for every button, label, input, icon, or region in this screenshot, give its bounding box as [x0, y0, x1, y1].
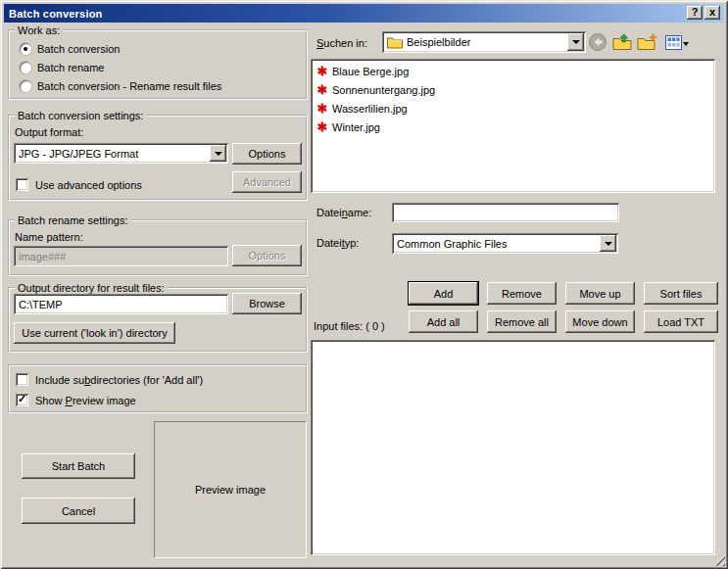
- move-up-button[interactable]: Move up: [565, 282, 635, 305]
- file-list-item[interactable]: ✱ Wasserlilien.jpg: [312, 99, 715, 118]
- move-down-button[interactable]: Move down: [565, 310, 635, 333]
- view-menu-icon[interactable]: [661, 31, 685, 53]
- radio-batch-conversion-label[interactable]: Batch conversion: [37, 43, 120, 55]
- output-format-label: Output format:: [15, 126, 83, 138]
- use-current-directory-button[interactable]: Use current ('look in') directory: [14, 322, 175, 344]
- back-icon: [586, 31, 609, 53]
- rename-options-button: Options: [232, 245, 302, 266]
- checkmark-icon: ✓: [18, 393, 26, 405]
- show-preview-checkbox[interactable]: ✓: [16, 394, 28, 406]
- file-name: Wasserlilien.jpg: [332, 103, 408, 115]
- radio-batch-rename[interactable]: [20, 62, 31, 73]
- conversion-settings-legend: Batch conversion settings:: [15, 110, 146, 121]
- new-folder-icon[interactable]: [636, 31, 659, 53]
- window-title: Batch conversion: [4, 8, 103, 20]
- file-list-item[interactable]: ✱ Winter.jpg: [312, 118, 715, 136]
- batch-conversion-dialog: Batch conversion ? x Work as: Batch conv…: [0, 0, 728, 569]
- irfanview-file-icon: ✱: [315, 102, 329, 115]
- up-one-level-icon[interactable]: [610, 31, 634, 53]
- filetype-value: Common Graphic Files: [392, 233, 598, 254]
- titlebar[interactable]: Batch conversion ? x: [4, 4, 724, 23]
- load-txt-button[interactable]: Load TXT: [644, 310, 718, 333]
- file-list-item[interactable]: ✱ Blaue Berge.jpg: [312, 62, 715, 80]
- rename-settings-legend: Batch rename settings:: [15, 214, 131, 226]
- remove-all-button[interactable]: Remove all: [487, 310, 557, 333]
- use-advanced-label[interactable]: Use advanced options: [35, 179, 142, 191]
- chevron-down-icon[interactable]: [210, 145, 226, 162]
- filename-input[interactable]: [392, 203, 619, 222]
- folder-icon: [387, 36, 403, 49]
- preview-image-label: Preview image: [195, 484, 266, 496]
- remove-button[interactable]: Remove: [487, 282, 557, 305]
- input-files-count-label: Input files: ( 0 ): [314, 320, 385, 332]
- look-in-label: Suchen in:: [316, 37, 367, 49]
- file-name: Blaue Berge.jpg: [332, 66, 409, 77]
- sort-files-button[interactable]: Sort files: [644, 282, 718, 305]
- irfanview-file-icon: ✱: [315, 120, 329, 133]
- name-pattern-input: [14, 246, 228, 266]
- add-button[interactable]: Add: [408, 281, 479, 306]
- radio-batch-conversion[interactable]: [20, 43, 31, 55]
- work-as-legend: Work as:: [15, 24, 63, 36]
- close-icon[interactable]: x: [704, 6, 720, 20]
- chevron-down-icon[interactable]: [600, 235, 616, 252]
- show-preview-label[interactable]: Show Preview image: [35, 395, 136, 406]
- name-pattern-label: Name pattern:: [15, 231, 83, 243]
- start-batch-button[interactable]: Start Batch: [22, 453, 135, 479]
- look-in-select[interactable]: Beispielbilder: [382, 31, 586, 53]
- look-in-value: Beispielbilder: [407, 36, 470, 48]
- irfanview-file-icon: ✱: [315, 83, 329, 96]
- chevron-down-icon[interactable]: [567, 33, 584, 51]
- help-icon[interactable]: ?: [687, 6, 703, 20]
- file-name: Winter.jpg: [332, 121, 380, 133]
- file-name: Sonnenuntergang.jpg: [332, 84, 435, 96]
- view-menu-arrow-icon[interactable]: [683, 42, 689, 49]
- filetype-select[interactable]: Common Graphic Files: [392, 233, 618, 254]
- output-directory-input[interactable]: [14, 294, 228, 314]
- advanced-button: Advanced: [232, 171, 302, 193]
- format-options-button[interactable]: Options: [232, 143, 302, 165]
- use-advanced-checkbox[interactable]: [16, 178, 28, 191]
- preview-image-panel: Preview image: [154, 421, 307, 558]
- file-list-item[interactable]: ✱ Sonnenuntergang.jpg: [312, 80, 715, 99]
- include-subdirectories-label[interactable]: Include subdirectories (for 'Add all'): [35, 374, 203, 386]
- irfanview-file-icon: ✱: [315, 65, 329, 77]
- cancel-button[interactable]: Cancel: [22, 498, 135, 524]
- output-format-value: JPG - JPG/JPEG Format: [14, 143, 208, 164]
- browse-button[interactable]: Browse: [232, 293, 302, 314]
- input-files-list[interactable]: [311, 340, 715, 555]
- filename-label: Dateiname:: [316, 207, 371, 218]
- include-subdirectories-checkbox[interactable]: [16, 373, 28, 386]
- add-all-button[interactable]: Add all: [409, 310, 478, 333]
- file-browser-list[interactable]: ✱ Blaue Berge.jpg ✱ Sonnenuntergang.jpg …: [311, 59, 715, 193]
- radio-batch-conversion-rename[interactable]: [20, 80, 31, 92]
- output-format-select[interactable]: JPG - JPG/JPEG Format: [14, 143, 228, 164]
- filetype-label: Dateityp:: [316, 237, 359, 249]
- radio-batch-conversion-rename-label[interactable]: Batch conversion - Rename result files: [37, 80, 221, 92]
- radio-batch-rename-label[interactable]: Batch rename: [37, 62, 104, 73]
- output-directory-legend: Output directory for result files:: [15, 282, 168, 294]
